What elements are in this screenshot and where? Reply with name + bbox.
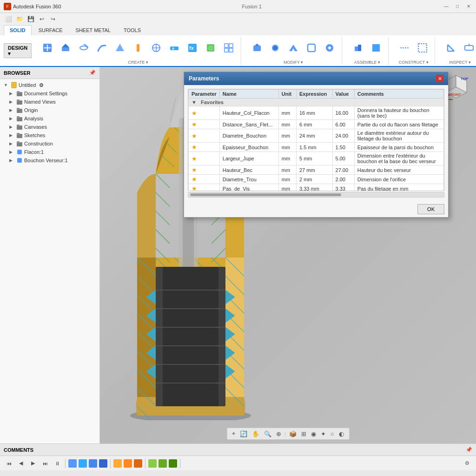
tree-canvases[interactable]: ▶ Canvases bbox=[2, 123, 98, 131]
sweep-btn[interactable] bbox=[93, 39, 110, 57]
tree-sketches[interactable]: ▶ Sketches bbox=[2, 131, 98, 139]
expr-cell-0[interactable]: 16 mm bbox=[297, 106, 333, 120]
construct-btn1[interactable] bbox=[396, 39, 413, 57]
display-mode-btn-4[interactable] bbox=[99, 459, 107, 468]
viewport[interactable]: FRONT TOP Parameters ✕ bbox=[100, 67, 476, 443]
expr-cell-7[interactable]: 3.33 mm bbox=[297, 184, 333, 192]
sketch-btn-2[interactable] bbox=[159, 459, 167, 468]
param-row[interactable]: ★ Epaisseur_Bouchon mm 1.5 mm 1.50 Epais… bbox=[189, 143, 444, 152]
inspect-btn2[interactable] bbox=[461, 39, 476, 57]
nav-effect-btn[interactable]: ✦ bbox=[319, 430, 327, 438]
param-row[interactable]: ★ Diametre_Bouchon mm 24 mm 24.00 Le dia… bbox=[189, 129, 444, 143]
modify-btn5[interactable] bbox=[321, 39, 338, 57]
modify-btn3[interactable] bbox=[285, 39, 302, 57]
construct-btn2[interactable] bbox=[414, 39, 431, 57]
tree-analysis[interactable]: ▶ Analysis bbox=[2, 114, 98, 123]
name-cell-7[interactable]: Pas_de_Vis bbox=[219, 184, 278, 192]
playback-end-btn[interactable]: ⏸ bbox=[52, 458, 62, 469]
assemble-btn2[interactable] bbox=[368, 39, 384, 57]
name-cell-5[interactable]: Hauteur_Bec bbox=[219, 165, 278, 175]
nav-home-btn[interactable]: ⌖ bbox=[231, 430, 237, 438]
name-cell-3[interactable]: Epaisseur_Bouchon bbox=[219, 143, 278, 152]
tree-origin[interactable]: ▶ Origin bbox=[2, 106, 98, 114]
param-row[interactable]: ★ Hauteur_Bec mm 27 mm 27.00 Hauteur du … bbox=[189, 165, 444, 175]
tree-construction[interactable]: ▶ Construction bbox=[2, 139, 98, 148]
dialog-close-button[interactable]: ✕ bbox=[436, 75, 443, 82]
name-cell-1[interactable]: Distance_Sans_Flet... bbox=[219, 120, 278, 129]
component-btn-2[interactable] bbox=[124, 459, 132, 468]
expr-cell-2[interactable]: 24 mm bbox=[297, 129, 333, 143]
tree-named-views[interactable]: ▶ Named Views bbox=[2, 98, 98, 106]
sketch-btn-3[interactable] bbox=[169, 459, 177, 468]
qa-save[interactable]: 💾 bbox=[26, 14, 35, 24]
maximize-button[interactable]: □ bbox=[454, 3, 461, 10]
web-btn[interactable] bbox=[148, 39, 165, 57]
name-cell-6[interactable]: Diametre_Trou bbox=[219, 175, 278, 184]
nav-obj-btn[interactable]: ○ bbox=[329, 430, 336, 438]
expr-cell-1[interactable]: 6 mm bbox=[297, 120, 333, 129]
nav-orbit-btn[interactable]: 🔄 bbox=[238, 430, 249, 438]
component-btn-1[interactable] bbox=[113, 459, 122, 468]
nav-grid-btn[interactable]: ⊞ bbox=[300, 430, 308, 438]
nav-display-btn[interactable]: 📦 bbox=[288, 430, 298, 438]
name-cell-2[interactable]: Diametre_Bouchon bbox=[219, 129, 278, 143]
param-row[interactable]: ★ Hauteur_Col_Flacon mm 16 mm 16.00 Donn… bbox=[189, 106, 444, 120]
modify-btn1[interactable] bbox=[249, 39, 265, 57]
nav-zoom-btn[interactable]: 🔍 bbox=[263, 430, 273, 438]
expr-cell-3[interactable]: 1.5 mm bbox=[297, 143, 333, 152]
nav-zoom-fit-btn[interactable]: ⊕ bbox=[275, 430, 283, 438]
tree-flacon[interactable]: ▶ Flacon:1 bbox=[2, 148, 98, 156]
name-cell-4[interactable]: Largeur_Jupe bbox=[219, 152, 278, 165]
playback-next-btn[interactable]: ⏭ bbox=[40, 458, 50, 469]
create-mesh-btn[interactable] bbox=[220, 39, 237, 57]
qa-open[interactable]: 📁 bbox=[15, 14, 24, 24]
nav-env-btn[interactable]: ◉ bbox=[310, 430, 317, 438]
rib-btn[interactable] bbox=[130, 39, 146, 57]
modify-btn2[interactable] bbox=[267, 39, 284, 57]
fx-btn[interactable]: fx bbox=[184, 39, 201, 57]
parameters-dialog[interactable]: Parameters ✕ Parameter Name Unit Express… bbox=[184, 72, 449, 218]
table-scrollbar[interactable] bbox=[188, 192, 444, 198]
design-dropdown[interactable]: DESIGN ▾ bbox=[4, 43, 32, 58]
qa-new[interactable]: ⬜ bbox=[4, 14, 13, 24]
playback-play-btn[interactable]: ▶ bbox=[28, 458, 38, 469]
params-table-wrapper[interactable]: Parameter Name Unit Expression Value Com… bbox=[188, 89, 444, 191]
tab-surface[interactable]: SURFACE bbox=[33, 25, 69, 35]
inspect-btn1[interactable] bbox=[443, 39, 459, 57]
extrude-btn[interactable] bbox=[57, 39, 74, 57]
expr-cell-5[interactable]: 27 mm bbox=[297, 165, 333, 175]
param-row[interactable]: ★ Diametre_Trou mm 2 mm 2.00 Dimension d… bbox=[189, 175, 444, 184]
assemble-btn1[interactable] bbox=[350, 39, 366, 57]
settings-gear-btn[interactable]: ⚙ bbox=[462, 458, 472, 469]
display-mode-btn-1[interactable] bbox=[68, 459, 77, 468]
playback-start-btn[interactable]: ⏮ bbox=[4, 458, 14, 469]
emboss-btn[interactable]: A bbox=[166, 39, 183, 57]
minimize-button[interactable]: — bbox=[443, 3, 450, 10]
display-mode-btn-3[interactable] bbox=[89, 459, 97, 468]
param-row[interactable]: ★ Distance_Sans_Flet... mm 6 mm 6.00 Par… bbox=[189, 120, 444, 129]
name-cell-0[interactable]: Hauteur_Col_Flacon bbox=[219, 106, 278, 120]
close-button[interactable]: ✕ bbox=[465, 3, 472, 10]
decal-btn[interactable]: ⬡ bbox=[202, 39, 219, 57]
qa-redo[interactable]: ↪ bbox=[48, 14, 58, 24]
tree-bouchon[interactable]: ▶ Bouchon Verseur:1 bbox=[2, 156, 98, 165]
nav-shadow-btn[interactable]: ◐ bbox=[337, 430, 345, 438]
qa-undo[interactable]: ↩ bbox=[37, 14, 46, 24]
playback-prev-btn[interactable]: ◀ bbox=[16, 458, 26, 469]
comments-pin-icon[interactable]: 📌 bbox=[466, 447, 472, 453]
tab-sheet-metal[interactable]: SHEET METAL bbox=[70, 25, 117, 35]
tab-tools[interactable]: TOOLS bbox=[118, 25, 147, 35]
param-row[interactable]: ★ Pas_de_Vis mm 3.33 mm 3.33 Pas du file… bbox=[189, 184, 444, 192]
expr-cell-6[interactable]: 2 mm bbox=[297, 175, 333, 184]
sketch-btn-1[interactable] bbox=[148, 459, 157, 468]
expr-cell-4[interactable]: 5 mm bbox=[297, 152, 333, 165]
settings-icon[interactable]: ⚙ bbox=[39, 82, 44, 88]
nav-pan-btn[interactable]: ✋ bbox=[251, 430, 261, 438]
param-row[interactable]: ★ Largeur_Jupe mm 5 mm 5.00 Dimension en… bbox=[189, 152, 444, 165]
ok-button[interactable]: OK bbox=[417, 204, 444, 214]
display-mode-btn-2[interactable] bbox=[79, 459, 87, 468]
tree-doc-settings[interactable]: ▶ Document Settings bbox=[2, 89, 98, 98]
create-new-body-btn[interactable] bbox=[39, 39, 56, 57]
tree-item-root[interactable]: ▼ F Untitled ⚙ bbox=[2, 81, 98, 89]
loft-btn[interactable] bbox=[112, 39, 128, 57]
